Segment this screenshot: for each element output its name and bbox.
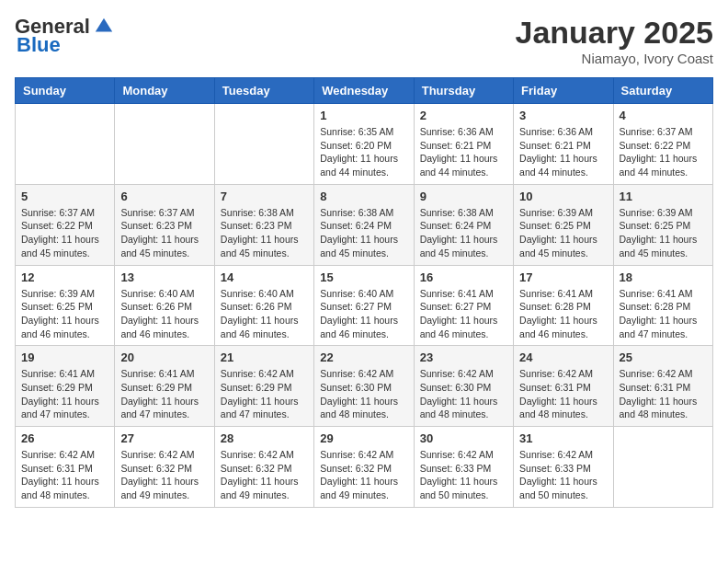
day-info: Sunrise: 6:42 AM Sunset: 6:31 PM Dayligh… <box>519 367 607 421</box>
day-number: 17 <box>519 270 607 284</box>
day-number: 31 <box>519 431 607 445</box>
table-row: 31Sunrise: 6:42 AM Sunset: 6:33 PM Dayli… <box>514 427 613 508</box>
day-info: Sunrise: 6:42 AM Sunset: 6:33 PM Dayligh… <box>420 448 507 502</box>
day-number: 4 <box>620 109 707 122</box>
header-wednesday: Wednesday <box>314 78 414 104</box>
table-row: 20Sunrise: 6:41 AM Sunset: 6:29 PM Dayli… <box>115 346 214 427</box>
table-row: 18Sunrise: 6:41 AM Sunset: 6:28 PM Dayli… <box>613 265 712 346</box>
day-number: 20 <box>120 350 208 364</box>
day-number: 2 <box>420 109 507 122</box>
table-row: 9Sunrise: 6:38 AM Sunset: 6:24 PM Daylig… <box>414 184 513 265</box>
day-number: 14 <box>221 270 308 284</box>
table-row: 3Sunrise: 6:36 AM Sunset: 6:21 PM Daylig… <box>514 104 613 185</box>
day-info: Sunrise: 6:36 AM Sunset: 6:21 PM Dayligh… <box>519 125 607 179</box>
table-row: 24Sunrise: 6:42 AM Sunset: 6:31 PM Dayli… <box>514 346 613 427</box>
svg-marker-0 <box>96 18 112 32</box>
month-title: January 2025 <box>516 15 714 51</box>
day-info: Sunrise: 6:37 AM Sunset: 6:22 PM Dayligh… <box>620 125 707 179</box>
location-subtitle: Niamayo, Ivory Coast <box>516 51 714 66</box>
table-row: 4Sunrise: 6:37 AM Sunset: 6:22 PM Daylig… <box>613 104 712 185</box>
day-info: Sunrise: 6:38 AM Sunset: 6:23 PM Dayligh… <box>221 206 308 260</box>
day-info: Sunrise: 6:41 AM Sunset: 6:27 PM Dayligh… <box>420 287 507 341</box>
table-row: 17Sunrise: 6:41 AM Sunset: 6:28 PM Dayli… <box>514 265 613 346</box>
day-info: Sunrise: 6:35 AM Sunset: 6:20 PM Dayligh… <box>320 125 407 179</box>
table-row: 1Sunrise: 6:35 AM Sunset: 6:20 PM Daylig… <box>314 104 414 185</box>
day-number: 26 <box>21 431 108 445</box>
table-row: 16Sunrise: 6:41 AM Sunset: 6:27 PM Dayli… <box>414 265 513 346</box>
day-number: 27 <box>120 431 208 445</box>
table-row <box>16 104 115 185</box>
day-info: Sunrise: 6:37 AM Sunset: 6:23 PM Dayligh… <box>120 206 208 260</box>
calendar-table: Sunday Monday Tuesday Wednesday Thursday… <box>15 77 713 508</box>
table-row: 5Sunrise: 6:37 AM Sunset: 6:22 PM Daylig… <box>16 184 115 265</box>
table-row: 30Sunrise: 6:42 AM Sunset: 6:33 PM Dayli… <box>414 427 513 508</box>
header-sunday: Sunday <box>16 78 115 104</box>
day-info: Sunrise: 6:42 AM Sunset: 6:31 PM Dayligh… <box>21 448 108 502</box>
day-number: 16 <box>420 270 507 284</box>
calendar-week-row: 12Sunrise: 6:39 AM Sunset: 6:25 PM Dayli… <box>16 265 713 346</box>
day-number: 3 <box>519 109 607 122</box>
day-info: Sunrise: 6:39 AM Sunset: 6:25 PM Dayligh… <box>21 287 108 341</box>
day-number: 9 <box>420 190 507 203</box>
day-number: 25 <box>620 350 707 364</box>
day-info: Sunrise: 6:41 AM Sunset: 6:28 PM Dayligh… <box>519 287 607 341</box>
day-number: 13 <box>120 270 208 284</box>
table-row: 23Sunrise: 6:42 AM Sunset: 6:30 PM Dayli… <box>414 346 513 427</box>
day-number: 30 <box>420 431 507 445</box>
day-info: Sunrise: 6:42 AM Sunset: 6:33 PM Dayligh… <box>519 448 607 502</box>
day-info: Sunrise: 6:39 AM Sunset: 6:25 PM Dayligh… <box>620 206 707 260</box>
calendar-week-row: 19Sunrise: 6:41 AM Sunset: 6:29 PM Dayli… <box>16 346 713 427</box>
day-info: Sunrise: 6:40 AM Sunset: 6:26 PM Dayligh… <box>120 287 208 341</box>
day-info: Sunrise: 6:42 AM Sunset: 6:30 PM Dayligh… <box>320 367 407 421</box>
day-info: Sunrise: 6:42 AM Sunset: 6:29 PM Dayligh… <box>221 367 308 421</box>
header-saturday: Saturday <box>613 78 712 104</box>
day-number: 22 <box>320 350 407 364</box>
day-info: Sunrise: 6:41 AM Sunset: 6:29 PM Dayligh… <box>120 367 208 421</box>
logo-icon <box>94 17 114 37</box>
header-thursday: Thursday <box>414 78 513 104</box>
day-info: Sunrise: 6:42 AM Sunset: 6:31 PM Dayligh… <box>620 367 707 421</box>
table-row: 13Sunrise: 6:40 AM Sunset: 6:26 PM Dayli… <box>115 265 214 346</box>
day-info: Sunrise: 6:41 AM Sunset: 6:28 PM Dayligh… <box>620 287 707 341</box>
table-row: 22Sunrise: 6:42 AM Sunset: 6:30 PM Dayli… <box>314 346 414 427</box>
day-number: 18 <box>620 270 707 284</box>
table-row: 11Sunrise: 6:39 AM Sunset: 6:25 PM Dayli… <box>613 184 712 265</box>
day-number: 6 <box>120 190 208 203</box>
day-info: Sunrise: 6:39 AM Sunset: 6:25 PM Dayligh… <box>519 206 607 260</box>
table-row: 7Sunrise: 6:38 AM Sunset: 6:23 PM Daylig… <box>214 184 313 265</box>
day-info: Sunrise: 6:37 AM Sunset: 6:22 PM Dayligh… <box>21 206 108 260</box>
day-number: 24 <box>519 350 607 364</box>
calendar-week-row: 26Sunrise: 6:42 AM Sunset: 6:31 PM Dayli… <box>16 427 713 508</box>
table-row: 12Sunrise: 6:39 AM Sunset: 6:25 PM Dayli… <box>16 265 115 346</box>
day-info: Sunrise: 6:42 AM Sunset: 6:32 PM Dayligh… <box>221 448 308 502</box>
table-row <box>613 427 712 508</box>
table-row <box>214 104 313 185</box>
calendar-week-row: 1Sunrise: 6:35 AM Sunset: 6:20 PM Daylig… <box>16 104 713 185</box>
day-info: Sunrise: 6:40 AM Sunset: 6:27 PM Dayligh… <box>320 287 407 341</box>
day-info: Sunrise: 6:36 AM Sunset: 6:21 PM Dayligh… <box>420 125 507 179</box>
table-row: 26Sunrise: 6:42 AM Sunset: 6:31 PM Dayli… <box>16 427 115 508</box>
table-row: 2Sunrise: 6:36 AM Sunset: 6:21 PM Daylig… <box>414 104 513 185</box>
day-info: Sunrise: 6:40 AM Sunset: 6:26 PM Dayligh… <box>221 287 308 341</box>
header-friday: Friday <box>514 78 613 104</box>
title-area: January 2025 Niamayo, Ivory Coast <box>516 15 714 66</box>
table-row <box>115 104 214 185</box>
table-row: 21Sunrise: 6:42 AM Sunset: 6:29 PM Dayli… <box>214 346 313 427</box>
logo-blue: Blue <box>17 33 61 57</box>
table-row: 19Sunrise: 6:41 AM Sunset: 6:29 PM Dayli… <box>16 346 115 427</box>
table-row: 15Sunrise: 6:40 AM Sunset: 6:27 PM Dayli… <box>314 265 414 346</box>
day-info: Sunrise: 6:42 AM Sunset: 6:32 PM Dayligh… <box>320 448 407 502</box>
table-row: 14Sunrise: 6:40 AM Sunset: 6:26 PM Dayli… <box>214 265 313 346</box>
day-number: 21 <box>221 350 308 364</box>
table-row: 29Sunrise: 6:42 AM Sunset: 6:32 PM Dayli… <box>314 427 414 508</box>
day-number: 5 <box>21 190 108 203</box>
table-row: 10Sunrise: 6:39 AM Sunset: 6:25 PM Dayli… <box>514 184 613 265</box>
logo: General Blue <box>15 15 114 57</box>
calendar-week-row: 5Sunrise: 6:37 AM Sunset: 6:22 PM Daylig… <box>16 184 713 265</box>
day-number: 29 <box>320 431 407 445</box>
day-number: 10 <box>519 190 607 203</box>
day-number: 23 <box>420 350 507 364</box>
day-number: 11 <box>620 190 707 203</box>
day-info: Sunrise: 6:38 AM Sunset: 6:24 PM Dayligh… <box>420 206 507 260</box>
day-number: 7 <box>221 190 308 203</box>
